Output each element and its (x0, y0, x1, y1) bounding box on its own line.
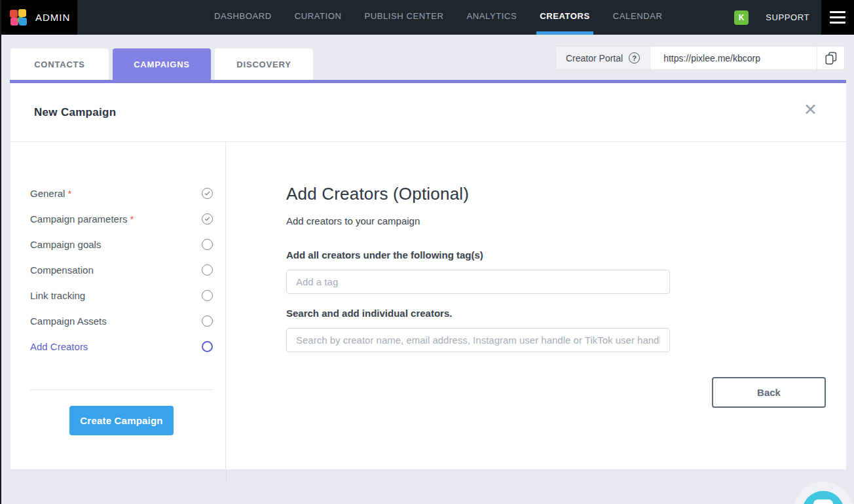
new-campaign-modal: New Campaign ✕ General *Campaign paramet… (10, 83, 846, 469)
required-asterisk: * (127, 213, 134, 225)
step-label: Campaign parameters * (30, 213, 134, 225)
step-label: Compensation (30, 264, 94, 276)
tag-input[interactable] (286, 270, 670, 294)
step-link-tracking[interactable]: Link tracking (30, 283, 213, 308)
window-left-edge (0, 0, 1, 504)
creator-portal-url[interactable]: https://pixlee.me/kbcorp (650, 46, 817, 69)
brand-label: ADMIN (35, 12, 70, 23)
campaign-steps: General *Campaign parameters *Campaign g… (30, 181, 213, 359)
page-subtitle: Add creators to your campaign (286, 215, 826, 226)
step-circle-icon (202, 315, 213, 327)
main-nav: DASHBOARDCURATIONPUBLISH CENTERANALYTICS… (211, 0, 665, 35)
step-label: Campaign Assets (30, 315, 107, 327)
modal-body: General *Campaign parameters *Campaign g… (10, 142, 846, 469)
step-complete-check-icon (202, 188, 213, 199)
hamburger-menu-icon[interactable] (821, 0, 854, 35)
step-circle-icon (202, 341, 213, 352)
step-campaign-goals[interactable]: Campaign goals (30, 232, 213, 257)
search-field-label: Search and add individual creators. (286, 308, 826, 319)
step-label: Add Creators (30, 341, 88, 352)
modal-title: New Campaign (34, 106, 116, 119)
copy-icon (825, 52, 837, 65)
tag-field-label: Add all creators under the following tag… (286, 249, 826, 261)
copy-url-button[interactable] (817, 46, 844, 69)
pixlee-logo-icon (10, 9, 27, 26)
creator-portal-label-block: Creator Portal ? (556, 46, 650, 69)
support-link[interactable]: SUPPORT (766, 12, 809, 22)
tab-campaigns[interactable]: CAMPAIGNS (113, 48, 211, 80)
create-campaign-button[interactable]: Create Campaign (69, 406, 174, 435)
nav-item-creators[interactable]: CREATORS (536, 0, 593, 35)
creator-search-input[interactable] (286, 328, 670, 352)
step-add-creators[interactable]: Add Creators (30, 334, 213, 359)
user-avatar[interactable]: K (734, 10, 749, 25)
nav-item-curation[interactable]: CURATION (291, 0, 345, 35)
step-compensation[interactable]: Compensation (30, 257, 213, 283)
tab-contacts[interactable]: CONTACTS (10, 48, 109, 80)
creator-portal-bar: Creator Portal ? https://pixlee.me/kbcor… (555, 46, 845, 70)
nav-item-dashboard[interactable]: DASHBOARD (211, 0, 275, 35)
steps-divider (30, 389, 213, 390)
top-navbar: ADMIN DASHBOARDCURATIONPUBLISH CENTERANA… (0, 0, 854, 35)
section-tabs: CONTACTSCAMPAIGNSDISCOVERY (10, 48, 313, 80)
step-label: Campaign goals (30, 239, 101, 250)
step-label: General * (30, 188, 71, 199)
step-circle-icon (202, 290, 213, 301)
step-campaign-parameters[interactable]: Campaign parameters * (30, 206, 213, 232)
required-asterisk: * (65, 188, 71, 199)
creator-portal-label: Creator Portal (566, 53, 623, 63)
back-button[interactable]: Back (712, 377, 826, 408)
campaign-steps-panel: General *Campaign parameters *Campaign g… (10, 142, 226, 469)
add-creators-panel: Add Creators (Optional) Add creators to … (226, 142, 846, 469)
nav-item-calendar[interactable]: CALENDAR (610, 0, 666, 35)
page-title: Add Creators (Optional) (286, 184, 826, 204)
nav-item-analytics[interactable]: ANALYTICS (464, 0, 521, 35)
tab-discovery[interactable]: DISCOVERY (215, 48, 313, 80)
chat-icon (813, 499, 833, 504)
step-general[interactable]: General * (30, 181, 213, 206)
nav-item-publish-center[interactable]: PUBLISH CENTER (361, 0, 447, 35)
close-icon[interactable]: ✕ (804, 101, 817, 118)
panel-divider-extension (226, 469, 227, 482)
step-circle-icon (202, 264, 213, 276)
step-circle-icon (202, 239, 213, 250)
step-campaign-assets[interactable]: Campaign Assets (30, 308, 213, 334)
step-label: Link tracking (30, 290, 85, 301)
navbar-right: K SUPPORT (734, 0, 854, 35)
brand-block[interactable]: ADMIN (0, 0, 77, 35)
help-icon[interactable]: ? (629, 52, 640, 63)
step-complete-check-icon (202, 213, 213, 225)
modal-header: New Campaign ✕ (10, 83, 846, 142)
